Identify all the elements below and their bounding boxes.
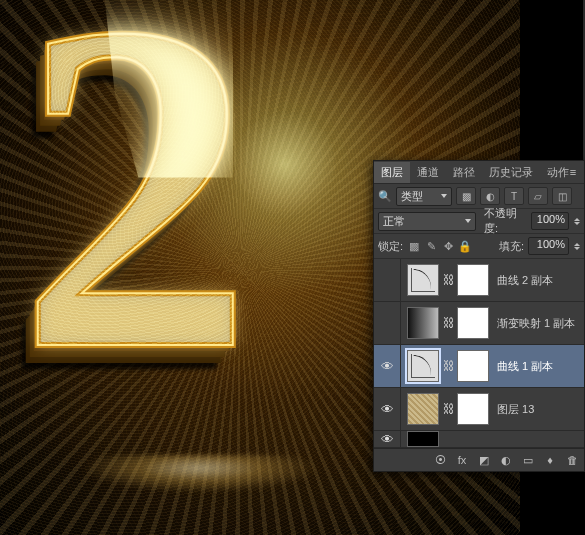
lock-all-icon[interactable]: 🔒 (458, 240, 472, 253)
visibility-toggle[interactable]: 👁 (374, 431, 401, 447)
add-mask-button[interactable]: ◩ (476, 453, 492, 467)
lock-position-icon[interactable]: ✥ (441, 240, 455, 253)
layer-list: 👁 ⛓ 曲线 2 副本 👁 ⛓ 渐变映射 1 副本 👁 ⛓ (374, 259, 584, 448)
opacity-field[interactable]: 100% (531, 212, 569, 230)
tab-layers[interactable]: 图层 (374, 162, 410, 183)
layer-row[interactable]: 👁 ⛓ 渐变映射 1 副本 (374, 302, 584, 345)
layer-name[interactable]: 曲线 2 副本 (489, 273, 584, 288)
visibility-toggle[interactable]: 👁 (374, 302, 401, 344)
fill-stepper[interactable] (574, 243, 580, 250)
mask-link-icon[interactable]: ⛓ (443, 359, 453, 373)
lock-pixels-icon[interactable]: ✎ (424, 240, 438, 253)
layer-name[interactable]: 渐变映射 1 副本 (489, 316, 584, 331)
filter-type-icon[interactable]: T (504, 187, 524, 205)
mask-link-icon[interactable]: ⛓ (443, 273, 453, 287)
mask-link-icon[interactable]: ⛓ (443, 402, 453, 416)
blend-mode-value: 正常 (383, 214, 405, 229)
layer-mask-thumb[interactable] (457, 264, 489, 296)
panel-menu-button[interactable] (566, 165, 580, 179)
blend-row: 正常 不透明度: 100% (374, 209, 584, 234)
new-group-button[interactable]: ▭ (520, 453, 536, 467)
layer-mask-thumb[interactable] (457, 307, 489, 339)
mask-link-icon[interactable]: ⛓ (443, 316, 453, 330)
filter-adjust-icon[interactable]: ◐ (480, 187, 500, 205)
filter-shape-icon[interactable]: ▱ (528, 187, 548, 205)
filter-kind-label: 类型 (401, 189, 423, 204)
panel-tabstrip: 图层 通道 路径 历史记录 动作 (374, 161, 584, 184)
layers-panel-footer: ⦿ fx ◩ ◐ ▭ ♦ 🗑 (374, 448, 584, 471)
lock-label: 锁定: (378, 239, 403, 254)
layer-thumb-curves-icon[interactable] (407, 350, 439, 382)
chevron-down-icon (441, 194, 447, 198)
layer-name[interactable]: 图层 13 (489, 402, 584, 417)
layer-thumb-gradientmap-icon[interactable] (407, 307, 439, 339)
link-layers-button[interactable]: ⦿ (432, 453, 448, 467)
new-layer-button[interactable]: ♦ (542, 453, 558, 467)
layer-thumb-pixel[interactable] (407, 393, 439, 425)
search-icon: 🔍 (378, 189, 392, 203)
filter-pixel-icon[interactable]: ▩ (456, 187, 476, 205)
opacity-label: 不透明度: (484, 206, 527, 236)
layer-filter-row: 🔍 类型 ▩ ◐ T ▱ ◫ (374, 184, 584, 209)
layer-row[interactable]: 👁 ⛓ 图层 13 (374, 388, 584, 431)
tab-paths[interactable]: 路径 (446, 162, 482, 183)
layer-mask-thumb[interactable] (457, 393, 489, 425)
lock-transparent-icon[interactable]: ▩ (407, 240, 421, 253)
chevron-down-icon (465, 219, 471, 223)
layer-name[interactable]: 曲线 1 副本 (489, 359, 584, 374)
layer-mask-thumb[interactable] (457, 350, 489, 382)
tab-channels[interactable]: 通道 (410, 162, 446, 183)
layer-row[interactable]: 👁 ⛓ 曲线 2 副本 (374, 259, 584, 302)
filter-kind-dropdown[interactable]: 类型 (396, 187, 452, 206)
layers-panel: 图层 通道 路径 历史记录 动作 🔍 类型 ▩ ◐ T ▱ ◫ 正常 不透明度:… (373, 160, 585, 472)
visibility-toggle[interactable]: 👁 (374, 388, 401, 430)
lock-icons: ▩ ✎ ✥ 🔒 (407, 240, 472, 253)
new-adjustment-button[interactable]: ◐ (498, 453, 514, 467)
fill-field[interactable]: 100% (528, 237, 569, 255)
fill-label: 填充: (499, 239, 524, 254)
tab-history[interactable]: 历史记录 (482, 162, 540, 183)
filter-smart-icon[interactable]: ◫ (552, 187, 572, 205)
layer-thumb-curves-icon[interactable] (407, 264, 439, 296)
visibility-toggle[interactable]: 👁 (374, 345, 401, 387)
blend-mode-dropdown[interactable]: 正常 (378, 212, 476, 231)
layer-thumb-pixel[interactable] (407, 431, 439, 447)
layer-row[interactable]: 👁 ⛓ 曲线 1 副本 (374, 345, 584, 388)
visibility-toggle[interactable]: 👁 (374, 259, 401, 301)
delete-layer-button[interactable]: 🗑 (564, 453, 580, 467)
layer-fx-button[interactable]: fx (454, 453, 470, 467)
layer-row[interactable]: 👁 (374, 431, 584, 448)
opacity-stepper[interactable] (574, 218, 580, 225)
lock-row: 锁定: ▩ ✎ ✥ 🔒 填充: 100% (374, 234, 584, 259)
